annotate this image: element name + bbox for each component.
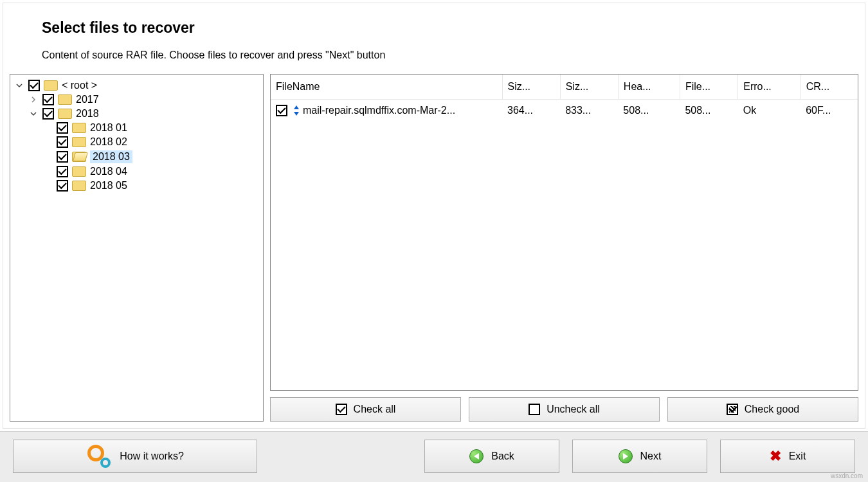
folder-icon bbox=[72, 137, 86, 147]
tree-label: < root > bbox=[62, 80, 97, 91]
checkbox-empty-icon bbox=[529, 404, 540, 415]
chevron-down-icon[interactable] bbox=[28, 109, 39, 119]
table-header-row: FileName Siz... Siz... Hea... File... Er… bbox=[271, 75, 858, 100]
folder-icon bbox=[72, 181, 86, 191]
folder-open-icon bbox=[72, 152, 86, 162]
tree-node-2017[interactable]: 2017 bbox=[27, 93, 260, 107]
gears-icon bbox=[86, 445, 112, 468]
arrow-left-icon bbox=[469, 449, 484, 463]
file-list[interactable]: FileName Siz... Siz... Hea... File... Er… bbox=[270, 74, 858, 391]
tree-label: 2018 bbox=[76, 108, 99, 120]
main-panel: Select files to recover Content of sourc… bbox=[3, 3, 865, 429]
right-panel: FileName Siz... Siz... Hea... File... Er… bbox=[270, 74, 858, 422]
checkbox-icon[interactable] bbox=[57, 180, 68, 192]
tree-label: 2017 bbox=[76, 94, 99, 105]
checkbox-icon[interactable] bbox=[57, 151, 68, 163]
action-buttons-row: Check all Uncheck all Check good bbox=[270, 397, 858, 422]
tree-node-root[interactable]: < root > bbox=[13, 78, 260, 93]
folder-icon bbox=[58, 94, 72, 105]
button-label: Next bbox=[640, 451, 662, 462]
arrow-right-icon bbox=[619, 449, 633, 463]
folder-tree[interactable]: < root > 2017 bbox=[10, 74, 264, 422]
button-label: Uncheck all bbox=[547, 404, 600, 415]
tree-node-2018-01[interactable]: 2018 01 bbox=[41, 121, 260, 135]
tree-label: 2018 04 bbox=[90, 166, 127, 177]
tree-node-2018-02[interactable]: 2018 02 bbox=[41, 135, 260, 149]
button-label: Check all bbox=[354, 404, 396, 415]
cell-header: 508... bbox=[618, 100, 680, 122]
checkbox-icon[interactable] bbox=[42, 108, 54, 120]
cell-size1: 364... bbox=[502, 100, 560, 122]
cell-error: Ok bbox=[738, 100, 800, 122]
tree-label: 2018 05 bbox=[90, 180, 127, 192]
chevron-down-icon[interactable] bbox=[14, 80, 24, 91]
cell-crc: 60F... bbox=[800, 100, 858, 122]
checkbox-icon[interactable] bbox=[42, 94, 54, 105]
file-type-icon bbox=[293, 105, 298, 116]
tree-node-2018-05[interactable]: 2018 05 bbox=[41, 179, 260, 193]
folder-icon bbox=[44, 80, 58, 91]
close-icon: ✖ bbox=[770, 448, 781, 465]
folder-icon bbox=[72, 166, 86, 177]
col-file[interactable]: File... bbox=[680, 75, 737, 100]
how-it-works-button[interactable]: How it works? bbox=[13, 440, 257, 473]
cell-filename: mail-repair.sqlmdffix.com-Mar-2... bbox=[303, 105, 455, 116]
checkbox-icon[interactable] bbox=[28, 80, 40, 91]
tree-label: 2018 03 bbox=[90, 150, 132, 163]
button-label: Back bbox=[491, 451, 514, 462]
tree-node-2018-03[interactable]: 2018 03 bbox=[41, 149, 260, 165]
watermark: wsxdn.com bbox=[831, 472, 863, 479]
col-size1[interactable]: Siz... bbox=[502, 75, 560, 100]
checkbox-icon[interactable] bbox=[276, 105, 287, 116]
tree-label: 2018 02 bbox=[90, 136, 127, 148]
tree-node-2018-04[interactable]: 2018 04 bbox=[41, 165, 260, 179]
col-size2[interactable]: Siz... bbox=[560, 75, 618, 100]
check-all-button[interactable]: Check all bbox=[270, 397, 461, 422]
uncheck-all-button[interactable]: Uncheck all bbox=[469, 397, 660, 422]
folder-icon bbox=[72, 123, 86, 133]
back-button[interactable]: Back bbox=[424, 440, 559, 473]
checkbox-icon[interactable] bbox=[57, 122, 68, 134]
col-error[interactable]: Erro... bbox=[738, 75, 800, 100]
tree-label: 2018 01 bbox=[90, 122, 127, 134]
page-title: Select files to recover bbox=[42, 19, 858, 37]
cell-size2: 833... bbox=[560, 100, 618, 122]
tree-node-2018[interactable]: 2018 bbox=[27, 107, 260, 121]
button-label: Check good bbox=[745, 404, 799, 415]
col-filename[interactable]: FileName bbox=[271, 75, 502, 100]
exit-button[interactable]: ✖ Exit bbox=[720, 440, 855, 473]
checkbox-icon[interactable] bbox=[57, 166, 68, 177]
content-row: < root > 2017 bbox=[10, 74, 858, 422]
checkbox-good-icon bbox=[727, 404, 738, 415]
next-button[interactable]: Next bbox=[572, 440, 707, 473]
checkbox-icon[interactable] bbox=[57, 136, 68, 148]
footer-bar: How it works? Back Next ✖ Exit bbox=[0, 431, 868, 482]
cell-file: 508... bbox=[680, 100, 737, 122]
file-table: FileName Siz... Siz... Hea... File... Er… bbox=[271, 75, 858, 121]
button-label: How it works? bbox=[120, 451, 184, 462]
table-row[interactable]: mail-repair.sqlmdffix.com-Mar-2... 364..… bbox=[271, 100, 858, 122]
checkbox-checked-icon bbox=[336, 404, 347, 415]
col-header[interactable]: Hea... bbox=[618, 75, 680, 100]
page-subtitle: Content of source RAR file. Choose files… bbox=[42, 49, 858, 61]
button-label: Exit bbox=[789, 451, 806, 462]
folder-icon bbox=[58, 109, 72, 119]
col-crc[interactable]: CR... bbox=[800, 75, 858, 100]
check-good-button[interactable]: Check good bbox=[667, 397, 858, 422]
chevron-right-icon[interactable] bbox=[28, 94, 39, 105]
